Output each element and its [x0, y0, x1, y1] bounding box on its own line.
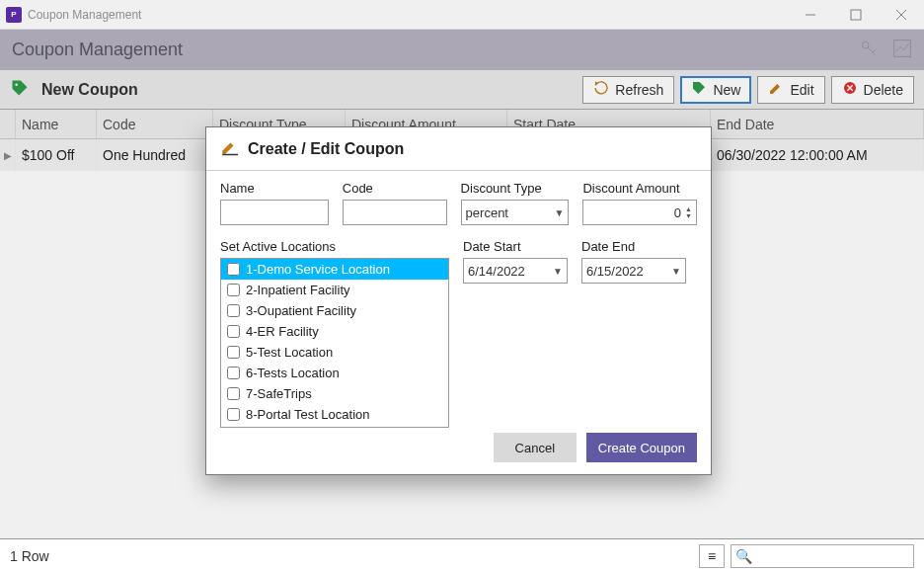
pencil-icon	[220, 138, 238, 160]
location-checkbox[interactable]	[227, 346, 240, 359]
name-input[interactable]	[220, 200, 329, 225]
toolbar: New Coupon Refresh New Edit Delete	[0, 70, 924, 110]
location-item[interactable]: 1-Demo Service Location	[221, 259, 448, 280]
location-item[interactable]: 3-Oupatient Facility	[221, 300, 448, 321]
page-heading: Coupon Management	[12, 40, 183, 60]
label-type: Discount Type	[461, 181, 570, 196]
location-label: 7-SafeTrips	[246, 386, 312, 401]
discount-type-value: percent	[466, 205, 508, 220]
chevron-down-icon: ▼	[554, 207, 564, 218]
location-checkbox[interactable]	[227, 325, 240, 338]
svg-point-6	[15, 83, 18, 86]
label-date-start: Date Start	[463, 239, 568, 254]
minimize-button[interactable]	[788, 0, 833, 30]
edit-label: Edit	[790, 82, 813, 98]
code-input[interactable]	[343, 200, 447, 225]
pencil-icon	[768, 80, 784, 99]
location-checkbox[interactable]	[227, 387, 240, 400]
cell-code: One Hundred	[97, 139, 213, 171]
location-item[interactable]: 7-SafeTrips	[221, 383, 448, 404]
create-edit-coupon-dialog: Create / Edit Coupon Name Code Discount …	[205, 126, 712, 475]
hamburger-icon: ≡	[708, 548, 716, 564]
label-name: Name	[220, 181, 329, 196]
location-checkbox[interactable]	[227, 304, 240, 317]
search-icon: 🔍	[735, 548, 752, 564]
date-start-input[interactable]: 6/14/2022 ▼	[463, 258, 568, 284]
delete-icon	[842, 80, 858, 99]
label-date-end: Date End	[581, 239, 686, 254]
date-end-input[interactable]: 6/15/2022 ▼	[581, 258, 686, 284]
close-button[interactable]	[879, 0, 924, 30]
cancel-button[interactable]: Cancel	[494, 433, 577, 462]
location-checkbox[interactable]	[227, 263, 240, 276]
row-count-label: 1 Row	[10, 548, 49, 564]
new-button[interactable]: New	[680, 76, 751, 104]
keys-icon[interactable]	[859, 39, 879, 61]
chevron-down-icon: ▼	[553, 266, 563, 277]
location-label: 4-ER Facility	[246, 324, 319, 339]
label-amount: Discount Amount	[582, 181, 697, 196]
refresh-label: Refresh	[615, 82, 663, 98]
dialog-title: Create / Edit Coupon	[248, 140, 404, 158]
page-title: New Coupon	[41, 81, 138, 99]
cell-end: 06/30/2022 12:00:00 AM	[711, 139, 924, 171]
location-label: 2-Inpatient Facility	[246, 283, 350, 297]
location-item[interactable]: 4-ER Facility	[221, 321, 448, 342]
refresh-button[interactable]: Refresh	[582, 76, 674, 104]
chevron-down-icon: ▼	[671, 266, 681, 277]
spinner-icon[interactable]: ▲▼	[685, 205, 692, 219]
titlebar: P Coupon Management	[0, 0, 924, 30]
location-item[interactable]: 6-Tests Location	[221, 363, 448, 383]
discount-type-select[interactable]: percent ▼	[461, 200, 570, 225]
window-title: Coupon Management	[28, 8, 141, 22]
new-label: New	[713, 82, 740, 98]
col-header-name[interactable]: Name	[16, 110, 97, 138]
discount-amount-value: 0	[674, 205, 681, 220]
delete-label: Delete	[864, 82, 903, 98]
cell-name: $100 Off	[16, 139, 97, 171]
location-checkbox[interactable]	[227, 367, 240, 379]
location-item[interactable]: 5-Test Location	[221, 342, 448, 363]
location-checkbox[interactable]	[227, 408, 240, 421]
svg-point-4	[862, 41, 869, 48]
location-label: 5-Test Location	[246, 345, 333, 360]
status-search-input[interactable]: 🔍	[731, 544, 914, 568]
location-checkbox[interactable]	[227, 284, 240, 296]
chart-icon[interactable]	[892, 39, 912, 61]
label-code: Code	[343, 181, 447, 196]
maximize-button[interactable]	[833, 0, 879, 30]
refresh-icon	[593, 80, 609, 99]
delete-button[interactable]: Delete	[831, 76, 914, 104]
menu-button[interactable]: ≡	[699, 544, 725, 568]
row-indicator-icon: ▶	[0, 139, 16, 171]
location-item[interactable]: 2-Inpatient Facility	[221, 280, 448, 300]
tag-icon	[10, 78, 30, 101]
locations-listbox[interactable]: 1-Demo Service Location2-Inpatient Facil…	[220, 258, 449, 428]
location-label: 3-Oupatient Facility	[246, 303, 356, 318]
edit-button[interactable]: Edit	[757, 76, 824, 104]
location-label: 8-Portal Test Location	[246, 407, 370, 422]
label-locations: Set Active Locations	[220, 239, 449, 254]
dialog-title-bar: Create / Edit Coupon	[206, 127, 711, 171]
discount-amount-input[interactable]: 0 ▲▼	[582, 200, 697, 225]
location-label: 6-Tests Location	[246, 366, 340, 380]
ribbon-header: Coupon Management	[0, 30, 924, 70]
row-selector-header	[0, 110, 16, 138]
date-end-value: 6/15/2022	[586, 264, 644, 279]
location-label: 1-Demo Service Location	[246, 262, 390, 277]
col-header-end[interactable]: End Date	[711, 110, 924, 138]
location-item[interactable]: 8-Portal Test Location	[221, 404, 448, 425]
status-bar: 1 Row ≡ 🔍	[0, 538, 924, 572]
app-icon: P	[6, 7, 22, 23]
create-coupon-button[interactable]: Create Coupon	[586, 433, 697, 462]
svg-rect-1	[851, 10, 861, 20]
window-controls	[788, 0, 924, 30]
date-start-value: 6/14/2022	[468, 264, 525, 279]
tag-new-icon	[691, 80, 707, 99]
col-header-code[interactable]: Code	[97, 110, 213, 138]
